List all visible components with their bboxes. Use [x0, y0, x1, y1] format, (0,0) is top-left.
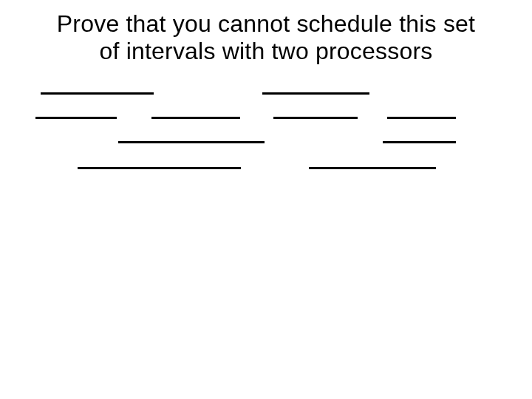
interval-diagram: [0, 0, 532, 399]
interval-segment: [35, 117, 117, 119]
interval-segment: [273, 117, 358, 119]
interval-segment: [383, 141, 456, 143]
interval-segment: [118, 141, 265, 143]
interval-segment: [41, 92, 154, 95]
interval-segment: [78, 167, 241, 169]
slide: Prove that you cannot schedule this set …: [0, 0, 532, 399]
interval-segment: [151, 117, 240, 119]
interval-segment: [309, 167, 436, 169]
interval-segment: [262, 92, 369, 95]
interval-segment: [387, 117, 456, 119]
